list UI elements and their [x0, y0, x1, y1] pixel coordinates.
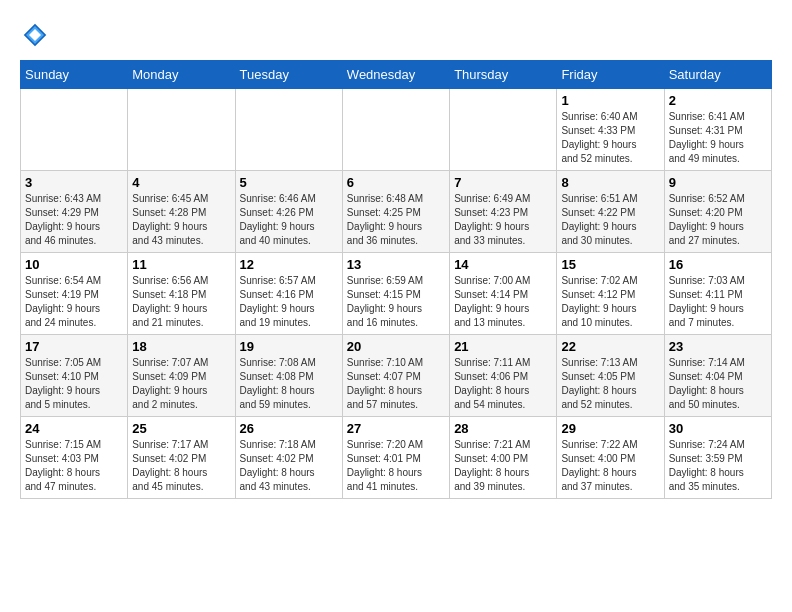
calendar-cell: 30Sunrise: 7:24 AM Sunset: 3:59 PM Dayli…: [664, 417, 771, 499]
calendar-cell: 9Sunrise: 6:52 AM Sunset: 4:20 PM Daylig…: [664, 171, 771, 253]
calendar-cell: [450, 89, 557, 171]
day-number: 2: [669, 93, 767, 108]
calendar-cell: 5Sunrise: 6:46 AM Sunset: 4:26 PM Daylig…: [235, 171, 342, 253]
calendar-week-row: 10Sunrise: 6:54 AM Sunset: 4:19 PM Dayli…: [21, 253, 772, 335]
day-number: 17: [25, 339, 123, 354]
calendar-cell: 6Sunrise: 6:48 AM Sunset: 4:25 PM Daylig…: [342, 171, 449, 253]
calendar-cell: [342, 89, 449, 171]
logo-icon: [20, 20, 50, 50]
day-info: Sunrise: 7:20 AM Sunset: 4:01 PM Dayligh…: [347, 438, 445, 494]
day-number: 29: [561, 421, 659, 436]
day-number: 21: [454, 339, 552, 354]
calendar-cell: 24Sunrise: 7:15 AM Sunset: 4:03 PM Dayli…: [21, 417, 128, 499]
calendar-cell: 29Sunrise: 7:22 AM Sunset: 4:00 PM Dayli…: [557, 417, 664, 499]
calendar-cell: 13Sunrise: 6:59 AM Sunset: 4:15 PM Dayli…: [342, 253, 449, 335]
calendar-cell: 8Sunrise: 6:51 AM Sunset: 4:22 PM Daylig…: [557, 171, 664, 253]
calendar-week-row: 24Sunrise: 7:15 AM Sunset: 4:03 PM Dayli…: [21, 417, 772, 499]
calendar-cell: [128, 89, 235, 171]
weekday-header: Thursday: [450, 61, 557, 89]
logo: [20, 20, 54, 50]
calendar-cell: 1Sunrise: 6:40 AM Sunset: 4:33 PM Daylig…: [557, 89, 664, 171]
day-number: 3: [25, 175, 123, 190]
weekday-header: Friday: [557, 61, 664, 89]
day-number: 20: [347, 339, 445, 354]
weekday-header: Tuesday: [235, 61, 342, 89]
day-number: 30: [669, 421, 767, 436]
calendar-cell: 10Sunrise: 6:54 AM Sunset: 4:19 PM Dayli…: [21, 253, 128, 335]
calendar-cell: 19Sunrise: 7:08 AM Sunset: 4:08 PM Dayli…: [235, 335, 342, 417]
calendar-cell: 23Sunrise: 7:14 AM Sunset: 4:04 PM Dayli…: [664, 335, 771, 417]
day-number: 6: [347, 175, 445, 190]
day-number: 28: [454, 421, 552, 436]
calendar-cell: 20Sunrise: 7:10 AM Sunset: 4:07 PM Dayli…: [342, 335, 449, 417]
weekday-header: Monday: [128, 61, 235, 89]
day-info: Sunrise: 7:00 AM Sunset: 4:14 PM Dayligh…: [454, 274, 552, 330]
day-info: Sunrise: 6:40 AM Sunset: 4:33 PM Dayligh…: [561, 110, 659, 166]
calendar-cell: 11Sunrise: 6:56 AM Sunset: 4:18 PM Dayli…: [128, 253, 235, 335]
calendar-week-row: 3Sunrise: 6:43 AM Sunset: 4:29 PM Daylig…: [21, 171, 772, 253]
day-info: Sunrise: 7:02 AM Sunset: 4:12 PM Dayligh…: [561, 274, 659, 330]
day-number: 12: [240, 257, 338, 272]
calendar-cell: 28Sunrise: 7:21 AM Sunset: 4:00 PM Dayli…: [450, 417, 557, 499]
day-info: Sunrise: 6:46 AM Sunset: 4:26 PM Dayligh…: [240, 192, 338, 248]
calendar-cell: 14Sunrise: 7:00 AM Sunset: 4:14 PM Dayli…: [450, 253, 557, 335]
day-number: 1: [561, 93, 659, 108]
day-info: Sunrise: 7:14 AM Sunset: 4:04 PM Dayligh…: [669, 356, 767, 412]
calendar-cell: 21Sunrise: 7:11 AM Sunset: 4:06 PM Dayli…: [450, 335, 557, 417]
calendar-cell: 22Sunrise: 7:13 AM Sunset: 4:05 PM Dayli…: [557, 335, 664, 417]
day-info: Sunrise: 7:13 AM Sunset: 4:05 PM Dayligh…: [561, 356, 659, 412]
calendar-cell: 26Sunrise: 7:18 AM Sunset: 4:02 PM Dayli…: [235, 417, 342, 499]
day-info: Sunrise: 7:17 AM Sunset: 4:02 PM Dayligh…: [132, 438, 230, 494]
weekday-header: Saturday: [664, 61, 771, 89]
day-info: Sunrise: 7:08 AM Sunset: 4:08 PM Dayligh…: [240, 356, 338, 412]
day-info: Sunrise: 6:56 AM Sunset: 4:18 PM Dayligh…: [132, 274, 230, 330]
weekday-header: Sunday: [21, 61, 128, 89]
day-number: 25: [132, 421, 230, 436]
calendar-cell: 25Sunrise: 7:17 AM Sunset: 4:02 PM Dayli…: [128, 417, 235, 499]
calendar-cell: 3Sunrise: 6:43 AM Sunset: 4:29 PM Daylig…: [21, 171, 128, 253]
day-number: 9: [669, 175, 767, 190]
weekday-header: Wednesday: [342, 61, 449, 89]
day-info: Sunrise: 6:48 AM Sunset: 4:25 PM Dayligh…: [347, 192, 445, 248]
calendar-cell: 12Sunrise: 6:57 AM Sunset: 4:16 PM Dayli…: [235, 253, 342, 335]
day-info: Sunrise: 6:45 AM Sunset: 4:28 PM Dayligh…: [132, 192, 230, 248]
day-info: Sunrise: 6:43 AM Sunset: 4:29 PM Dayligh…: [25, 192, 123, 248]
day-number: 8: [561, 175, 659, 190]
day-number: 24: [25, 421, 123, 436]
day-number: 18: [132, 339, 230, 354]
day-number: 22: [561, 339, 659, 354]
calendar-header-row: SundayMondayTuesdayWednesdayThursdayFrid…: [21, 61, 772, 89]
day-number: 23: [669, 339, 767, 354]
day-info: Sunrise: 6:57 AM Sunset: 4:16 PM Dayligh…: [240, 274, 338, 330]
calendar-cell: 27Sunrise: 7:20 AM Sunset: 4:01 PM Dayli…: [342, 417, 449, 499]
day-info: Sunrise: 6:49 AM Sunset: 4:23 PM Dayligh…: [454, 192, 552, 248]
day-info: Sunrise: 7:18 AM Sunset: 4:02 PM Dayligh…: [240, 438, 338, 494]
day-info: Sunrise: 7:11 AM Sunset: 4:06 PM Dayligh…: [454, 356, 552, 412]
calendar-cell: [235, 89, 342, 171]
day-number: 13: [347, 257, 445, 272]
day-info: Sunrise: 6:41 AM Sunset: 4:31 PM Dayligh…: [669, 110, 767, 166]
calendar-cell: 4Sunrise: 6:45 AM Sunset: 4:28 PM Daylig…: [128, 171, 235, 253]
calendar-cell: 7Sunrise: 6:49 AM Sunset: 4:23 PM Daylig…: [450, 171, 557, 253]
calendar-week-row: 1Sunrise: 6:40 AM Sunset: 4:33 PM Daylig…: [21, 89, 772, 171]
day-info: Sunrise: 7:05 AM Sunset: 4:10 PM Dayligh…: [25, 356, 123, 412]
day-info: Sunrise: 7:24 AM Sunset: 3:59 PM Dayligh…: [669, 438, 767, 494]
calendar-cell: 15Sunrise: 7:02 AM Sunset: 4:12 PM Dayli…: [557, 253, 664, 335]
day-info: Sunrise: 7:15 AM Sunset: 4:03 PM Dayligh…: [25, 438, 123, 494]
day-info: Sunrise: 6:59 AM Sunset: 4:15 PM Dayligh…: [347, 274, 445, 330]
day-info: Sunrise: 7:07 AM Sunset: 4:09 PM Dayligh…: [132, 356, 230, 412]
calendar-cell: 16Sunrise: 7:03 AM Sunset: 4:11 PM Dayli…: [664, 253, 771, 335]
day-info: Sunrise: 6:51 AM Sunset: 4:22 PM Dayligh…: [561, 192, 659, 248]
calendar-cell: 2Sunrise: 6:41 AM Sunset: 4:31 PM Daylig…: [664, 89, 771, 171]
day-info: Sunrise: 7:21 AM Sunset: 4:00 PM Dayligh…: [454, 438, 552, 494]
calendar-cell: [21, 89, 128, 171]
day-number: 4: [132, 175, 230, 190]
day-info: Sunrise: 6:52 AM Sunset: 4:20 PM Dayligh…: [669, 192, 767, 248]
day-info: Sunrise: 6:54 AM Sunset: 4:19 PM Dayligh…: [25, 274, 123, 330]
calendar-cell: 17Sunrise: 7:05 AM Sunset: 4:10 PM Dayli…: [21, 335, 128, 417]
page-header: [20, 20, 772, 50]
calendar-cell: 18Sunrise: 7:07 AM Sunset: 4:09 PM Dayli…: [128, 335, 235, 417]
day-number: 26: [240, 421, 338, 436]
day-number: 15: [561, 257, 659, 272]
day-number: 7: [454, 175, 552, 190]
